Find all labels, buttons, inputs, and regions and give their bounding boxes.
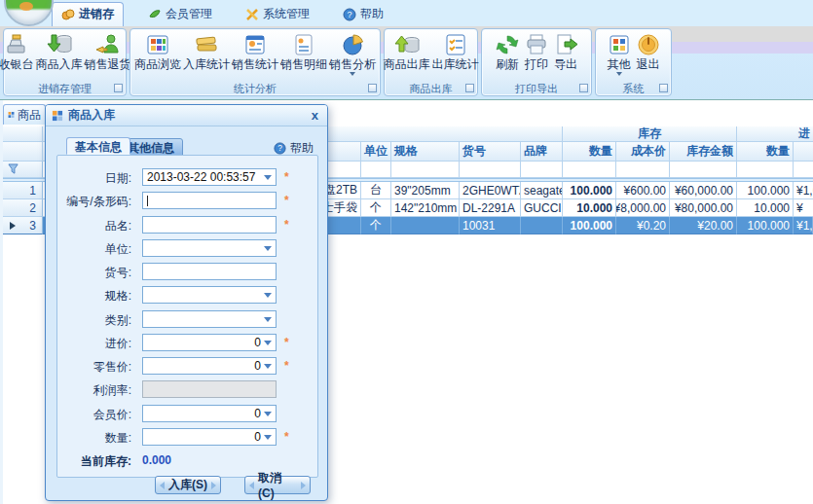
cell-clipped[interactable]: ¥ <box>794 199 813 217</box>
stock-in-button[interactable]: 商品入库 <box>36 31 83 82</box>
grid-filter-cell[interactable] <box>460 162 521 178</box>
cell-brand[interactable]: seagate <box>521 182 563 199</box>
chevron-down-icon[interactable] <box>264 435 272 444</box>
app-menu-button[interactable] <box>4 0 54 26</box>
cell-cost[interactable]: ¥600.00 <box>616 182 670 199</box>
grid-header-cost[interactable]: 成本价 <box>616 142 670 162</box>
cell-itemno[interactable]: 10031 <box>460 217 521 234</box>
stock-in-confirm-button[interactable]: 入库(S) <box>155 476 221 494</box>
exit-button[interactable]: 退出 <box>635 31 662 82</box>
cell-qty2[interactable]: 100.000 <box>737 182 794 199</box>
grid-filter-cell[interactable] <box>563 162 616 178</box>
cell-brand[interactable] <box>521 217 563 234</box>
grid-header-spec[interactable]: 规格 <box>391 142 460 162</box>
ribbon-tab-member-management[interactable]: 会员管理 <box>139 3 221 26</box>
grid-header-rowselector[interactable] <box>3 142 43 162</box>
grid-filter-cell[interactable] <box>361 162 391 178</box>
row-number[interactable]: 3 <box>3 217 43 234</box>
cell-qty[interactable]: 10.000 <box>563 199 616 217</box>
stock-out-button[interactable]: 商品出库 <box>384 31 430 82</box>
cell-unit[interactable]: 个 <box>361 217 391 234</box>
grid-header-clipped[interactable] <box>794 142 813 162</box>
close-icon[interactable]: x <box>309 109 321 122</box>
cell-clipped[interactable]: ¥1,0 <box>794 217 813 234</box>
grid-header-stock-amount[interactable]: 库存金额 <box>670 142 737 162</box>
cell-cost[interactable]: ¥0.20 <box>616 217 670 234</box>
sales-stats-button[interactable]: 销售统计 <box>232 31 278 82</box>
cell-qty[interactable]: 100.000 <box>563 217 616 234</box>
retail-price-spin[interactable]: 0 <box>142 357 277 375</box>
grid-filter-cell[interactable] <box>794 162 813 178</box>
cell-brand[interactable]: GUCCI <box>521 199 563 217</box>
ribbon-tab-purchase-sales-inventory[interactable]: 进销存 <box>52 2 124 26</box>
cell-unit[interactable]: 个 <box>361 199 391 217</box>
grid-header-qty2[interactable]: 数量 <box>737 142 794 162</box>
member-price-spin[interactable]: 0 <box>142 405 277 422</box>
sales-detail-button[interactable]: 销售明细 <box>280 31 327 82</box>
product-name-field[interactable] <box>142 216 277 234</box>
cell-stock-amount[interactable]: ¥60,000.00 <box>670 182 737 199</box>
grid-filter-cell[interactable] <box>670 162 737 178</box>
cashier-button[interactable]: 收银台 <box>0 31 34 82</box>
chevron-down-icon[interactable] <box>264 246 272 255</box>
cell-qty2[interactable]: 100.000 <box>737 217 794 234</box>
inbound-stats-button[interactable]: 入库统计 <box>183 31 230 82</box>
print-button[interactable]: 打印 <box>523 31 550 82</box>
other-button[interactable]: 其他 <box>606 31 633 82</box>
grid-filter-cell[interactable] <box>616 162 670 178</box>
row-number[interactable]: 1 <box>3 182 43 199</box>
chevron-down-icon[interactable] <box>264 341 272 349</box>
barcode-field[interactable] <box>142 192 277 209</box>
dialog-launcher-icon[interactable] <box>659 84 668 92</box>
purchase-price-spin[interactable]: 0 <box>142 334 277 351</box>
ribbon-tab-system-management[interactable]: 系统管理 <box>237 3 318 26</box>
category-combo[interactable] <box>142 310 277 328</box>
dialog-launcher-icon[interactable] <box>368 84 377 92</box>
outbound-stats-button[interactable]: 出库统计 <box>432 31 479 82</box>
cell-clipped[interactable]: ¥1,0 <box>794 182 813 199</box>
ribbon-tab-help[interactable]: ? 帮助 <box>334 3 392 26</box>
dialog-launcher-icon[interactable] <box>114 84 123 92</box>
grid-header-unit[interactable]: 单位 <box>361 142 391 162</box>
grid-filter-cell[interactable] <box>737 162 794 178</box>
grid-header-qty[interactable]: 数量 <box>563 142 616 162</box>
grid-header-brand[interactable]: 品牌 <box>521 142 563 162</box>
cell-spec[interactable]: 39"205mm <box>391 182 460 199</box>
chevron-down-icon[interactable] <box>264 412 272 420</box>
itemno-field[interactable] <box>142 263 277 280</box>
cancel-button[interactable]: 取消(C) <box>244 476 311 494</box>
grid-band-purchase[interactable]: 进 <box>737 126 813 142</box>
cell-stock-amount[interactable]: ¥20.00 <box>670 217 737 234</box>
grid-filter-cell[interactable] <box>521 162 563 178</box>
dialog-launcher-icon[interactable] <box>465 84 474 92</box>
cell-stock-amount[interactable]: ¥80,000.00 <box>670 199 737 217</box>
chevron-down-icon[interactable] <box>264 175 272 184</box>
cell-spec[interactable]: 142"210mm <box>391 199 460 217</box>
cell-itemno[interactable]: 2GHE0WTZ <box>460 182 521 199</box>
spec-combo[interactable] <box>142 286 277 304</box>
row-number[interactable]: 2 <box>3 199 43 217</box>
grid-header-itemno[interactable]: 货号 <box>460 142 521 162</box>
chevron-down-icon[interactable] <box>264 364 272 373</box>
cell-qty2[interactable]: 10.000 <box>737 199 794 217</box>
cell-unit[interactable]: 台 <box>361 182 391 199</box>
dialog-title-bar[interactable]: 商品入库 x <box>46 105 327 126</box>
document-tab-products[interactable]: 商品 <box>3 104 46 125</box>
chevron-down-icon[interactable] <box>264 293 272 302</box>
grid-filter-cell[interactable] <box>391 162 460 178</box>
chevron-down-icon[interactable] <box>264 317 272 326</box>
quantity-spin[interactable]: 0 <box>142 428 277 446</box>
refresh-button[interactable]: 刷新 <box>494 31 521 82</box>
date-combo[interactable]: 2013-03-22 00:53:57 <box>142 168 277 186</box>
filter-funnel-icon[interactable] <box>8 163 19 175</box>
unit-combo[interactable] <box>142 239 277 257</box>
cell-cost[interactable]: ¥8,000.00 <box>616 199 670 217</box>
cell-qty[interactable]: 100.000 <box>563 182 616 199</box>
sales-analysis-button[interactable]: 销售分析 <box>329 31 376 82</box>
export-button[interactable]: 导出 <box>552 31 579 82</box>
sales-return-button[interactable]: 销售退货 <box>85 31 131 82</box>
cell-itemno[interactable]: DL-2291A <box>460 199 521 217</box>
dialog-launcher-icon[interactable] <box>579 84 588 92</box>
product-browse-button[interactable]: 商品浏览 <box>134 31 181 82</box>
cell-spec[interactable] <box>391 217 460 234</box>
